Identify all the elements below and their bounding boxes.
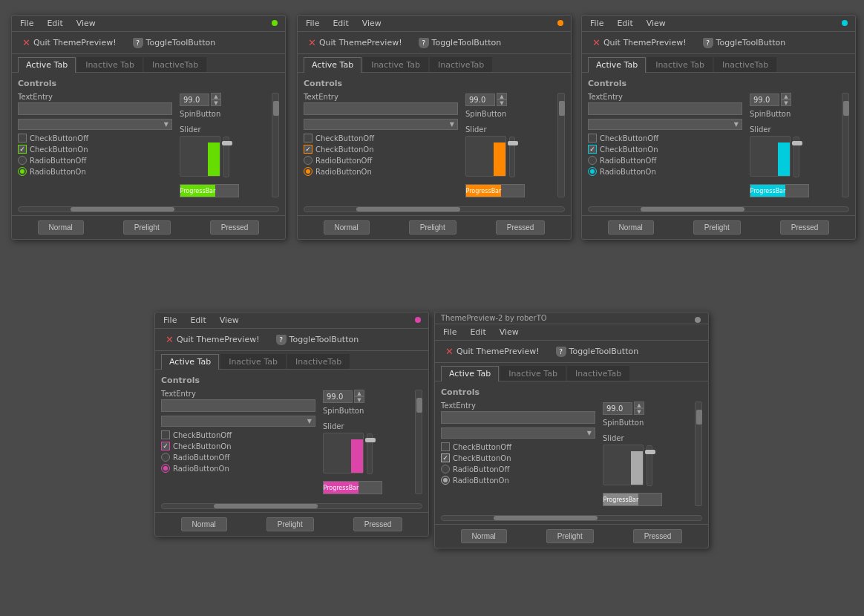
- menu-view[interactable]: View: [644, 18, 668, 29]
- btn-pressed[interactable]: Pressed: [210, 220, 260, 235]
- h-slider-track[interactable]: [323, 433, 364, 474]
- btn-prelight[interactable]: Prelight: [266, 517, 314, 531]
- tab-inactive[interactable]: Inactive Tab: [647, 57, 713, 72]
- btn-pressed[interactable]: Pressed: [633, 529, 683, 543]
- text-entry-input[interactable]: [441, 411, 595, 424]
- toggle-button[interactable]: ?ToggleToolButton: [698, 36, 791, 50]
- quit-button[interactable]: ✕Quit ThemePreview!: [588, 35, 691, 50]
- menu-file[interactable]: File: [304, 18, 321, 29]
- btn-normal[interactable]: Normal: [38, 220, 84, 235]
- btn-pressed[interactable]: Pressed: [496, 220, 546, 235]
- tab-active[interactable]: Active Tab: [588, 57, 646, 73]
- checkbox-on[interactable]: ✓: [18, 145, 27, 154]
- v-scrollbar[interactable]: [842, 93, 849, 197]
- toggle-button[interactable]: ?ToggleToolButton: [414, 36, 506, 50]
- text-entry-input[interactable]: [161, 399, 315, 412]
- spin-down[interactable]: ▼: [634, 408, 644, 415]
- tab-inactive2[interactable]: InactiveTab: [567, 366, 629, 381]
- h-scrollbar[interactable]: [441, 515, 702, 521]
- tab-active[interactable]: Active Tab: [441, 366, 499, 381]
- tab-inactive[interactable]: Inactive Tab: [500, 366, 566, 381]
- v-scrollbar[interactable]: [272, 93, 279, 197]
- checkbox-on[interactable]: ✓: [161, 442, 170, 450]
- spin-up[interactable]: ▲: [497, 93, 507, 99]
- btn-normal[interactable]: Normal: [324, 220, 370, 235]
- btn-prelight[interactable]: Prelight: [409, 220, 456, 235]
- menu-edit[interactable]: Edit: [468, 327, 488, 338]
- spin-value[interactable]: 99.0: [603, 402, 632, 415]
- spin-up[interactable]: ▲: [781, 93, 791, 99]
- h-scrollbar[interactable]: [588, 206, 849, 212]
- spin-value[interactable]: 99.0: [323, 390, 353, 403]
- quit-button[interactable]: ✕Quit ThemePreview!: [304, 35, 407, 50]
- radio-off[interactable]: [18, 156, 27, 165]
- btn-normal[interactable]: Normal: [181, 517, 227, 531]
- radio-on[interactable]: [441, 476, 450, 485]
- btn-prelight[interactable]: Prelight: [123, 220, 171, 235]
- spin-value[interactable]: 99.0: [180, 94, 209, 106]
- menu-view[interactable]: View: [497, 327, 521, 338]
- menu-file[interactable]: File: [161, 315, 179, 326]
- radio-on[interactable]: [304, 167, 312, 176]
- combo-box[interactable]: ▼: [304, 119, 458, 130]
- toggle-button[interactable]: ?ToggleToolButton: [128, 36, 220, 50]
- tab-active[interactable]: Active Tab: [18, 57, 76, 73]
- checkbox-off[interactable]: [18, 134, 27, 142]
- toggle-button[interactable]: ?ToggleToolButton: [272, 332, 364, 347]
- v-scrollbar[interactable]: [695, 402, 702, 506]
- radio-on[interactable]: [18, 167, 27, 176]
- h-slider-track[interactable]: [465, 136, 506, 177]
- tab-inactive[interactable]: Inactive Tab: [77, 57, 143, 72]
- tab-active[interactable]: Active Tab: [304, 57, 361, 73]
- tab-inactive[interactable]: Inactive Tab: [363, 57, 428, 72]
- radio-off[interactable]: [441, 465, 450, 474]
- v-scrollbar[interactable]: [415, 390, 422, 494]
- checkbox-off[interactable]: [304, 134, 312, 142]
- radio-on[interactable]: [588, 167, 597, 176]
- combo-box[interactable]: ▼: [161, 416, 315, 427]
- checkbox-on[interactable]: ✓: [304, 145, 312, 154]
- menu-view[interactable]: View: [217, 315, 241, 326]
- spin-down[interactable]: ▼: [211, 99, 221, 106]
- combo-box[interactable]: ▼: [588, 119, 742, 130]
- spin-up[interactable]: ▲: [634, 402, 644, 408]
- spin-up[interactable]: ▲: [211, 93, 221, 99]
- menu-view[interactable]: View: [74, 18, 98, 29]
- text-entry-input[interactable]: [588, 102, 742, 115]
- btn-prelight[interactable]: Prelight: [693, 220, 741, 235]
- menu-edit[interactable]: Edit: [45, 18, 65, 29]
- menu-file[interactable]: File: [441, 327, 459, 338]
- checkbox-on[interactable]: ✓: [441, 453, 450, 462]
- tab-inactive[interactable]: Inactive Tab: [220, 354, 286, 369]
- combo-box[interactable]: ▼: [18, 119, 172, 130]
- h-scrollbar[interactable]: [161, 503, 422, 509]
- tab-inactive2[interactable]: InactiveTab: [287, 354, 350, 369]
- btn-pressed[interactable]: Pressed: [780, 220, 830, 235]
- h-scrollbar[interactable]: [304, 206, 565, 212]
- radio-off[interactable]: [588, 156, 597, 165]
- v-scrollbar[interactable]: [557, 93, 565, 197]
- h-slider-track[interactable]: [603, 445, 644, 485]
- radio-off[interactable]: [161, 453, 170, 462]
- checkbox-off[interactable]: [588, 134, 597, 142]
- h-slider-track[interactable]: [750, 136, 791, 177]
- text-entry-input[interactable]: [304, 102, 458, 115]
- tab-inactive2[interactable]: InactiveTab: [714, 57, 776, 72]
- btn-pressed[interactable]: Pressed: [353, 517, 403, 531]
- spin-down[interactable]: ▼: [781, 99, 791, 106]
- spin-up[interactable]: ▲: [354, 390, 364, 396]
- combo-box[interactable]: ▼: [441, 427, 595, 439]
- checkbox-off[interactable]: [441, 442, 450, 451]
- menu-file[interactable]: File: [588, 18, 606, 29]
- h-scrollbar[interactable]: [18, 206, 279, 212]
- checkbox-off[interactable]: [161, 430, 170, 439]
- spin-value[interactable]: 99.0: [465, 94, 495, 106]
- btn-prelight[interactable]: Prelight: [546, 529, 594, 543]
- toggle-button[interactable]: ?ToggleToolButton: [552, 344, 644, 359]
- menu-edit[interactable]: Edit: [188, 315, 208, 326]
- spin-value[interactable]: 99.0: [750, 94, 779, 106]
- menu-file[interactable]: File: [18, 18, 36, 29]
- tab-inactive2[interactable]: InactiveTab: [144, 57, 206, 72]
- menu-edit[interactable]: Edit: [615, 18, 635, 29]
- quit-button[interactable]: ✕Quit ThemePreview!: [18, 35, 121, 50]
